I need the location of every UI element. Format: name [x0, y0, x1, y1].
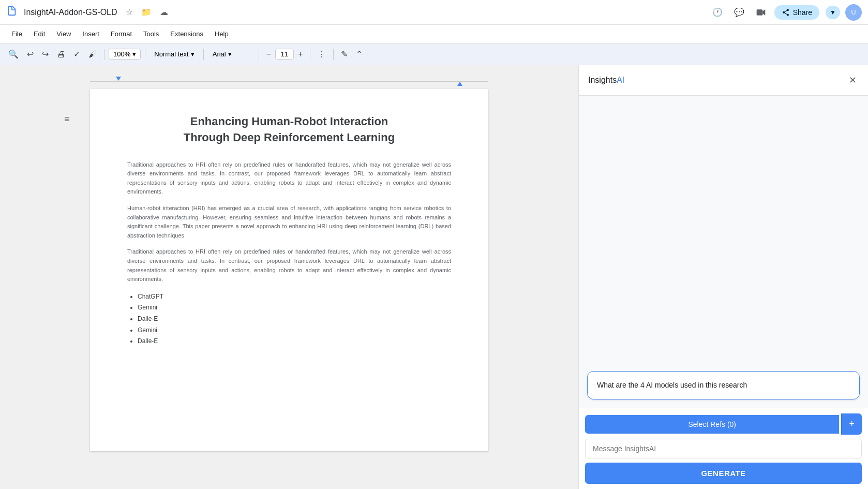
star-icon[interactable]: ☆ — [124, 5, 135, 19]
menu-tools[interactable]: Tools — [138, 28, 164, 40]
share-button[interactable]: Share — [774, 5, 819, 20]
side-panel: InsightsAI ✕ What are the 4 AI models us… — [578, 65, 868, 489]
side-panel-title: InsightsAI — [588, 76, 624, 85]
query-text: What are the 4 AI models used in this re… — [597, 381, 747, 389]
print-button[interactable]: 🖨 — [54, 48, 68, 61]
collapse-toolbar-button[interactable]: ⌃ — [353, 47, 366, 61]
add-refs-button[interactable]: + — [841, 413, 862, 435]
font-decrease-button[interactable]: − — [263, 48, 274, 61]
paint-format-button[interactable]: 🖌 — [85, 48, 100, 61]
menu-edit[interactable]: Edit — [28, 28, 50, 40]
redo-button[interactable]: ↪ — [39, 47, 52, 61]
font-size-control: − 11 + — [263, 48, 306, 61]
ai-label: AI — [617, 76, 624, 84]
list-item: ChatGPT — [138, 291, 451, 303]
select-refs-row: Select Refs (0) + — [585, 413, 862, 435]
query-bubble: What are the 4 AI models used in this re… — [587, 371, 860, 399]
doc-heading: Enhancing Human-Robot Interaction Throug… — [127, 114, 451, 146]
menu-insert[interactable]: Insert — [77, 28, 104, 40]
separator-5 — [310, 49, 310, 60]
search-toolbar-button[interactable]: 🔍 — [5, 47, 22, 61]
list-item: Dalle-E — [138, 336, 451, 347]
svg-rect-0 — [756, 9, 762, 16]
menu-help[interactable]: Help — [209, 28, 234, 40]
ruler-right-marker[interactable] — [457, 82, 462, 86]
share-label: Share — [793, 8, 812, 17]
zoom-dropdown-icon: ▾ — [132, 50, 136, 58]
font-dropdown-icon: ▾ — [228, 50, 232, 58]
avatar[interactable]: U — [845, 4, 862, 21]
ruler — [90, 76, 488, 87]
spacer — [587, 104, 860, 365]
generate-button[interactable]: GENERATE — [585, 463, 862, 484]
menu-view[interactable]: View — [51, 28, 76, 40]
paragraph-2: Human-robot interaction (HRI) has emerge… — [127, 204, 451, 240]
separator-2 — [145, 49, 145, 60]
separator-3 — [203, 49, 204, 60]
share-dropdown-button[interactable]: ▼ — [826, 6, 840, 19]
undo-button[interactable]: ↩ — [24, 47, 37, 61]
doc-area: ≡ Enhancing Human-Robot Interaction Thro… — [0, 65, 578, 489]
list-item: Gemini — [138, 302, 451, 314]
outline-icon[interactable]: ≡ — [64, 114, 70, 125]
list-item: Dalle-E — [138, 314, 451, 325]
side-panel-body: What are the 4 AI models used in this re… — [579, 96, 868, 408]
doc-title-line2: Through Deep Reinforcement Learning — [184, 131, 395, 144]
comments-icon[interactable]: 💬 — [731, 5, 747, 19]
doc-title: InsightAI-Addon-GS-OLD — [24, 8, 117, 17]
svg-marker-1 — [762, 9, 765, 16]
meet-icon[interactable] — [753, 5, 769, 20]
select-refs-button[interactable]: Select Refs (0) — [585, 415, 839, 434]
separator-4 — [259, 49, 259, 60]
menu-bar: File Edit View Insert Format Tools Exten… — [0, 25, 868, 43]
style-value: Normal text — [154, 50, 188, 58]
menu-format[interactable]: Format — [106, 28, 137, 40]
close-side-panel-button[interactable]: ✕ — [847, 72, 859, 88]
font-value: Arial — [213, 50, 226, 58]
edit-mode-button[interactable]: ✎ — [338, 47, 351, 61]
paragraph-1: Traditional approaches to HRI often rely… — [127, 160, 451, 197]
zoom-value: 100% — [113, 50, 130, 58]
insights-label: Insights — [588, 76, 617, 84]
toolbar: 🔍 ↩ ↪ 🖨 ✓ 🖌 100% ▾ Normal text ▾ Arial ▾… — [0, 43, 868, 65]
style-select[interactable]: Normal text ▾ — [149, 49, 199, 60]
separator-6 — [333, 49, 334, 60]
title-icons: ☆ 📁 ☁ — [124, 5, 170, 19]
paragraph-3: Traditional approaches to HRI often rely… — [127, 247, 451, 284]
folder-icon[interactable]: 📁 — [139, 5, 154, 19]
doc-page: ≡ Enhancing Human-Robot Interaction Thro… — [90, 89, 488, 451]
font-increase-button[interactable]: + — [295, 48, 306, 61]
font-size-box[interactable]: 11 — [275, 49, 294, 60]
ai-models-list: ChatGPT Gemini Dalle-E Gemini Dalle-E — [138, 291, 451, 347]
font-select[interactable]: Arial ▾ — [208, 49, 255, 60]
separator-1 — [104, 49, 104, 60]
menu-file[interactable]: File — [6, 28, 27, 40]
cloud-icon[interactable]: ☁ — [158, 5, 170, 19]
title-right: 🕐 💬 Share ▼ U — [709, 4, 862, 21]
docs-icon — [6, 5, 18, 20]
zoom-control[interactable]: 100% ▾ — [109, 49, 141, 60]
history-icon[interactable]: 🕐 — [709, 5, 726, 19]
doc-title-line1: Enhancing Human-Robot Interaction — [190, 115, 388, 128]
menu-extensions[interactable]: Extensions — [165, 28, 208, 40]
title-bar: InsightAI-Addon-GS-OLD ☆ 📁 ☁ 🕐 💬 Share ▼… — [0, 0, 868, 25]
ruler-left-marker[interactable] — [116, 77, 121, 81]
ruler-line — [90, 81, 488, 82]
main-area: ≡ Enhancing Human-Robot Interaction Thro… — [0, 65, 868, 489]
style-dropdown-icon: ▾ — [191, 50, 194, 58]
more-toolbar-button[interactable]: ⋮ — [315, 47, 329, 61]
message-input[interactable] — [585, 439, 862, 458]
side-panel-footer: Select Refs (0) + GENERATE — [579, 408, 868, 489]
spellcheck-button[interactable]: ✓ — [70, 47, 83, 61]
side-panel-header: InsightsAI ✕ — [579, 65, 868, 96]
list-item: Gemini — [138, 325, 451, 336]
